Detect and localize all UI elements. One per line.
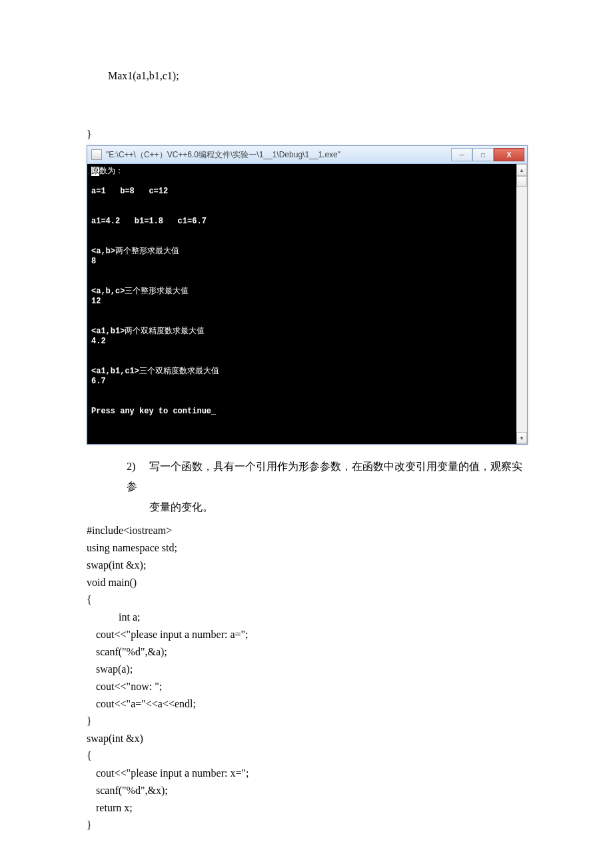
console-line: 三个整形求最大值	[125, 287, 189, 296]
code-line: cout<<"please input a number: a=";	[87, 627, 526, 643]
code-line: cout<<"a="<<a<<endl;	[87, 696, 526, 712]
console-line: <a,b,c>	[91, 287, 125, 296]
code-line: scanf("%d",&a);	[87, 644, 526, 660]
maximize-button[interactable]: □	[472, 148, 494, 161]
minimize-button[interactable]: ─	[451, 148, 472, 161]
code-line: swap(a);	[87, 661, 526, 677]
code-line: }	[87, 817, 526, 833]
console-line: 6.7	[91, 377, 106, 386]
titlebar-left: "E:\C++\（C++）VC++6.0编程文件\实验一\1__1\Debug\…	[91, 149, 340, 161]
console-line: 12	[91, 297, 101, 306]
code-line: Max1(a1,b1,c1);	[87, 68, 526, 84]
scroll-down-icon[interactable]: ▼	[516, 432, 527, 444]
vertical-scrollbar[interactable]: ▲ ▼	[516, 164, 527, 444]
highlighted-char: 原	[91, 167, 99, 176]
blank-gap	[87, 85, 526, 125]
window-titlebar: "E:\C++\（C++）VC++6.0编程文件\实验一\1__1\Debug\…	[87, 146, 527, 164]
code-line: swap(int &x);	[87, 557, 526, 573]
code-line: {	[87, 748, 526, 764]
code-line: swap(int &x)	[87, 731, 526, 747]
question-block: 2)写一个函数，具有一个引用作为形参参数，在函数中改变引用变量的值，观察实参 变…	[127, 457, 526, 517]
code-line: scanf("%d",&x);	[87, 783, 526, 799]
close-button[interactable]: X	[494, 148, 524, 161]
scroll-thumb[interactable]	[516, 176, 527, 187]
code-line: int a;	[87, 609, 526, 625]
console-line: 两个整形求最大值	[115, 247, 179, 256]
question-number: 2)	[127, 457, 149, 477]
app-icon	[91, 149, 102, 160]
question-text-line2: 变量的变化。	[149, 497, 526, 517]
scroll-up-icon[interactable]: ▲	[516, 164, 527, 176]
code-line: cout<<"please input a number: x=";	[87, 765, 526, 781]
window-title: "E:\C++\（C++）VC++6.0编程文件\实验一\1__1\Debug\…	[106, 149, 340, 161]
console-line: a=1 b=8 c=12	[91, 187, 168, 196]
console-line: <a,b>	[91, 247, 115, 256]
console-line: 数为：	[99, 167, 123, 176]
console-line: 三个双精度数求最大值	[139, 367, 219, 376]
code-line: using namespace std;	[87, 540, 526, 556]
console-line: 4.2	[91, 337, 106, 346]
document-page: Max1(a1,b1,c1); } "E:\C++\（C++）VC++6.0编程…	[0, 0, 613, 868]
console-body: 原数为： a=1 b=8 c=12 a1=4.2 b1=1.8 c1=6.7 <…	[87, 164, 527, 444]
code-line: void main()	[87, 575, 526, 591]
code-line: return x;	[87, 800, 526, 816]
console-line: a1=4.2 b1=1.8 c1=6.7	[91, 217, 207, 226]
code-line: #include<iostream>	[87, 523, 526, 539]
console-line: <a1,b1>	[91, 327, 125, 336]
scroll-track[interactable]	[516, 187, 527, 432]
console-window: "E:\C++\（C++）VC++6.0编程文件\实验一\1__1\Debug\…	[87, 145, 528, 445]
console-line: Press any key to continue_	[91, 407, 216, 416]
console-line: <a1,b1,c1>	[91, 367, 139, 376]
window-buttons: ─ □ X	[451, 148, 524, 161]
console-line: 两个双精度数求最大值	[125, 327, 205, 336]
code-line: }	[87, 127, 526, 143]
console-output: 原数为： a=1 b=8 c=12 a1=4.2 b1=1.8 c1=6.7 <…	[87, 164, 516, 444]
question-text: 写一个函数，具有一个引用作为形参参数，在函数中改变引用变量的值，观察实参	[127, 461, 522, 492]
code-line: }	[87, 713, 526, 729]
console-line: 8	[91, 257, 96, 266]
code-line: {	[87, 592, 526, 608]
code-line: cout<<"now: ";	[87, 679, 526, 695]
